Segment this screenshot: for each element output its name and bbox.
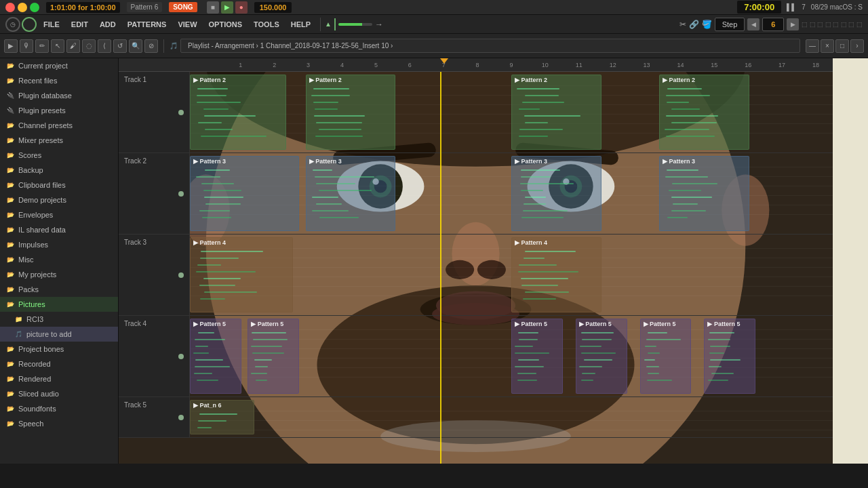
sidebar-item-recent-files[interactable]: 📂Recent files [0,73,118,88]
pattern-block[interactable]: ▶ Pat_n 6 [190,400,254,434]
erase-btn[interactable]: ◌ [82,39,96,53]
menu-item-help[interactable]: HELP [285,18,316,31]
zoom-btn[interactable]: 🔍 [129,39,142,53]
menu-item-patterns[interactable]: PATTERNS [122,18,172,31]
sidebar-item-current-project[interactable]: 📂Current project [0,58,118,73]
sidebar-item-impulses[interactable]: 📂Impulses [0,237,118,252]
menu-item-edit[interactable]: EDIT [66,18,94,31]
nav-arrow-btn[interactable]: ▶ [4,39,18,53]
pattern-label: ▶ Pattern 4 [191,238,229,247]
play-button[interactable]: ▶ [221,1,233,14]
pattern-block[interactable]: ▶ Pattern 3 [659,156,749,231]
minimize-button[interactable] [18,3,27,12]
step-label: Step [715,18,745,31]
sidebar-item-backup[interactable]: 📂Backup [0,163,118,178]
folder-icon: 📂 [5,240,15,249]
pattern-block[interactable]: ▶ Pattern 4 [511,237,601,312]
bcr-right[interactable]: × [821,39,834,53]
sidebar-item-packs[interactable]: 📂Packs [0,282,118,297]
sidebar-item-pictures[interactable]: 📂Pictures [0,297,118,312]
pattern-block[interactable]: ▶ Pattern 5 [640,319,692,394]
sidebar-item-project-bones[interactable]: 📂Project bones [0,342,118,357]
playhead-time-display: 7:00:00 [737,1,781,14]
sidebar-item-scores[interactable]: 📂Scores [0,148,118,163]
pattern-block[interactable]: ▶ Pattern 3 [511,156,601,231]
sidebar-item-plugin-database[interactable]: 🔌Plugin database [0,88,118,103]
track-content-3[interactable]: ▶ Pattern 4▶ Pattern 4 [190,235,833,315]
mute-btn[interactable]: ⊘ [144,39,158,53]
circle-icon-2[interactable] [22,17,37,32]
sidebar-item-channel-presets[interactable]: 📂Channel presets [0,118,118,133]
ruler-num-11: 11 [562,62,596,68]
maximize-button[interactable] [30,3,39,12]
sidebar-item-speech[interactable]: 📂Speech [0,416,118,431]
loop-btn[interactable]: ↺ [113,39,127,53]
sidebar-item-envelopes[interactable]: 📂Envelopes [0,207,118,222]
sidebar-item-rci3[interactable]: 📁RCI3 [0,312,118,327]
pattern-block[interactable]: ▶ Pattern 4 [190,237,293,312]
bcr-expand[interactable]: □ [835,39,849,53]
pattern-block[interactable]: ▶ Pattern 2 [190,75,286,150]
cursor-btn[interactable]: ↖ [51,39,64,53]
paint-btn[interactable]: 🖌 [66,39,80,53]
bucket-icon[interactable]: 🪣 [702,20,712,29]
close-button[interactable] [5,3,15,12]
ruler-num-10: 10 [528,62,562,68]
sidebar-item-soundfonts[interactable]: 📂Soundfonts [0,401,118,416]
menu-item-file[interactable]: FILE [38,18,65,31]
song-mode-badge[interactable]: SONG [169,2,197,12]
pattern-block[interactable]: ▶ Pattern 2 [659,75,749,150]
sidebar-item-picture-to-add[interactable]: 🎵picture to add [0,327,118,342]
track-content-1[interactable]: ▶ Pattern 2▶ Pattern 2▶ Pattern 2▶ Patte… [190,72,833,152]
sidebar-item-il-shared-data[interactable]: 📂IL shared data [0,222,118,237]
sidebar-item-sliced-audio[interactable]: 📂Sliced audio [0,386,118,401]
track-content-4[interactable]: ▶ Pattern 5▶ Pattern 5▶ Pattern 5▶ Patte… [190,316,833,396]
sidebar-item-plugin-presets[interactable]: 🔌Plugin presets [0,103,118,118]
sidebar-item-misc[interactable]: 📂Misc [0,252,118,267]
link-icon[interactable]: 🔗 [689,20,699,29]
menu-item-tools[interactable]: TOOLS [248,18,285,31]
pattern-block[interactable]: ▶ Pattern 5 [576,319,627,394]
stop-button[interactable]: ■ [207,1,219,14]
draw-btn[interactable]: ✏ [35,39,49,53]
volume-control[interactable]: ▲ → [325,18,383,30]
track-content-2[interactable]: ▶ Pattern 3▶ Pattern 3▶ Pattern 3▶ Patte… [190,153,833,234]
pattern-block[interactable]: ▶ Pattern 3 [190,156,299,231]
circle-icon-1[interactable]: ◷ [5,17,20,32]
menu-item-add[interactable]: ADD [94,18,121,31]
nav-mic-btn[interactable]: 🎙 [20,39,33,53]
pattern-block[interactable]: ▶ Pattern 5 [704,319,755,394]
pattern-block[interactable]: ▶ Pattern 5 [248,319,299,394]
pattern-block[interactable]: ▶ Pattern 2 [511,75,601,150]
bpm-display[interactable]: 150.000 [254,2,292,13]
record-button[interactable]: ● [235,1,248,14]
track-content-5[interactable]: ▶ Pat_n 6 [190,397,833,437]
volume-slider[interactable] [338,23,372,26]
sidebar-label: picture to add [26,330,72,338]
sidebar-item-clipboard-files[interactable]: 📂Clipboard files [0,178,118,192]
pattern-block[interactable]: ▶ Pattern 2 [306,75,396,150]
menu-bar: ◷ FILEEDITADDPATTERNSVIEWOPTIONSTOOLSHEL… [0,15,868,34]
pattern-block[interactable]: ▶ Pattern 5 [511,319,563,394]
pattern-block[interactable]: ▶ Pattern 3 [306,156,396,231]
bcr-left[interactable]: — [806,39,819,53]
playlist-area[interactable]: 123456789101112131415161718 Track 1▶ Pat… [119,58,833,464]
menu-item-options[interactable]: OPTIONS [203,18,248,31]
window-controls[interactable] [5,3,39,12]
step-number: 7 [802,3,806,11]
scissors-icon[interactable]: ✂ [679,20,686,29]
sidebar-item-recorded[interactable]: 📂Recorded [0,357,118,371]
step-next[interactable]: ▶ [787,18,799,30]
menu-item-view[interactable]: VIEW [172,18,202,31]
step-count[interactable]: 6 [762,18,784,31]
step-prev[interactable]: ◀ [747,18,760,30]
slice-btn[interactable]: ⟨ [98,39,111,53]
sidebar-item-rendered[interactable]: 📂Rendered [0,371,118,386]
pattern-block[interactable]: ▶ Pattern 5 [190,319,241,394]
sidebar-item-demo-projects[interactable]: 📂Demo projects [0,192,118,207]
bcr-close[interactable]: › [850,39,864,53]
track-dot-1 [178,110,184,115]
sidebar-item-mixer-presets[interactable]: 📂Mixer presets [0,133,118,148]
ruler-num-2: 2 [258,62,292,68]
sidebar-item-my-projects[interactable]: 📂My projects [0,267,118,282]
